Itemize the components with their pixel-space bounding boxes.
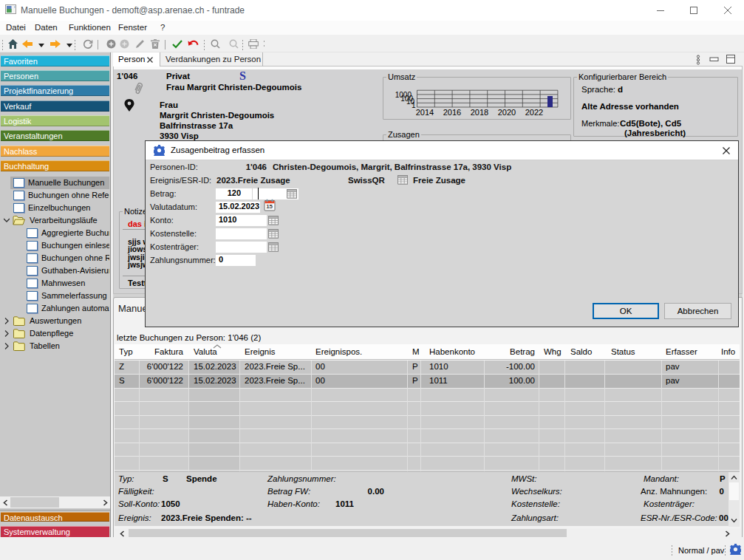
svg-text:15: 15 [266, 203, 273, 210]
svg-text:2018: 2018 [471, 108, 488, 117]
svg-text:2014: 2014 [416, 108, 434, 117]
svg-text:2022: 2022 [525, 108, 543, 117]
svg-text:2020: 2020 [498, 108, 516, 117]
svg-text:2016: 2016 [443, 108, 461, 117]
